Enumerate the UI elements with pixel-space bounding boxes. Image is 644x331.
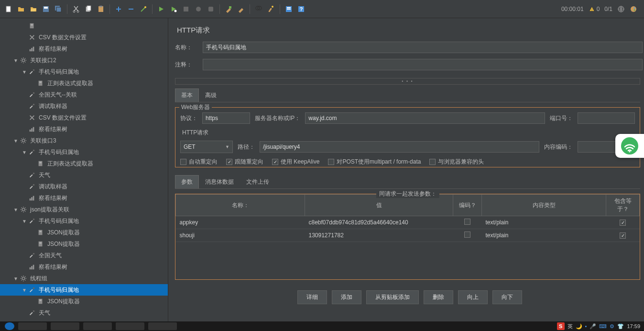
tree-item[interactable]: ▼手机号码归属地	[0, 215, 168, 227]
check-keepalive[interactable]: 使用 KeepAlive	[272, 158, 319, 166]
protocol-input[interactable]	[202, 112, 250, 124]
check-multipart[interactable]: 对POST使用multipart / form-data	[328, 158, 421, 166]
comment-input[interactable]	[203, 59, 643, 70]
tree-item[interactable]: ▼关联接口2	[0, 55, 168, 66]
subtab-body[interactable]: 消息体数据	[199, 175, 240, 188]
tree-item[interactable]: 察看结果树	[0, 261, 168, 273]
tree-toggle-icon[interactable]: ▼	[12, 58, 19, 63]
copy-icon[interactable]	[83, 3, 94, 15]
globe-icon[interactable]	[617, 5, 625, 13]
tree-item[interactable]: 天气	[0, 169, 168, 181]
param-ctype[interactable]: text/plain	[482, 216, 606, 229]
warning-badge[interactable]: ! 0	[589, 6, 600, 12]
tree-item[interactable]: ▼json提取器关联	[0, 204, 168, 215]
tree-item[interactable]	[0, 20, 168, 32]
play-time-icon[interactable]	[168, 3, 179, 15]
subtab-files[interactable]: 文件上传	[240, 175, 275, 188]
encode-checkbox[interactable]	[464, 232, 470, 238]
tree-toggle-icon[interactable]: ▼	[21, 150, 28, 155]
tree-toggle-icon[interactable]: ▼	[12, 138, 19, 143]
tree-item[interactable]: ▼手机号码归属地	[0, 146, 168, 158]
taskbar-item[interactable]	[148, 322, 177, 330]
taskbar-item[interactable]	[116, 322, 144, 330]
tab-basic[interactable]: 基本	[175, 88, 199, 102]
tree-toggle-icon[interactable]: ▼	[21, 69, 28, 75]
port-input[interactable]	[578, 112, 635, 124]
taskbar-item[interactable]	[83, 322, 112, 330]
tree-item[interactable]: 正则表达式提取器	[0, 158, 168, 169]
detail-button[interactable]: 详细	[297, 290, 327, 304]
cut-icon[interactable]	[70, 3, 82, 15]
tree-item[interactable]: 正则表达式提取器	[0, 77, 168, 89]
lang-indicator[interactable]: 英	[568, 323, 573, 330]
add-button[interactable]: 添加	[332, 290, 361, 304]
shutdown-icon[interactable]	[193, 3, 204, 15]
params-table[interactable]: 名称： 值 编码？ 内容类型 包含等于？ appkeyc8ebf07ddb974…	[175, 194, 640, 242]
include-checkbox[interactable]	[620, 220, 626, 226]
wand-icon[interactable]	[138, 3, 149, 15]
tree-item[interactable]: ▼手机号码归属地	[0, 284, 168, 296]
param-value[interactable]: 13091271782	[305, 229, 453, 242]
param-value[interactable]: c8ebf07ddb974c81d92d5a46640ce140	[305, 216, 453, 229]
tree-toggle-icon[interactable]: ▼	[12, 207, 19, 212]
collapse-handle[interactable]: • • •	[175, 78, 640, 85]
tree-toggle-icon[interactable]: ▼	[12, 276, 19, 281]
tree-item[interactable]: ▼手机号码归属地	[0, 66, 168, 77]
search-icon[interactable]	[253, 3, 264, 15]
play-icon[interactable]	[155, 3, 167, 15]
up-button[interactable]: 向上	[458, 290, 488, 304]
save-all-icon[interactable]	[53, 3, 64, 15]
tree-item[interactable]: 察看结果树	[0, 123, 168, 135]
tree-item[interactable]: 天气	[0, 307, 168, 319]
tree-item[interactable]: 全国天气	[0, 250, 168, 261]
stop-icon[interactable]	[180, 3, 192, 15]
tree-item[interactable]: JSON提取器	[0, 238, 168, 250]
tree-item[interactable]: CSV 数据文件设置	[0, 112, 168, 123]
param-name[interactable]: appkey	[176, 216, 305, 229]
clear-all-icon[interactable]	[235, 3, 247, 15]
encode-checkbox[interactable]	[464, 219, 470, 225]
table-row[interactable]: shouji13091271782text/plain	[176, 229, 640, 242]
tree-item[interactable]: ▼线程组	[0, 273, 168, 284]
tree-item[interactable]: JSON提取器	[0, 227, 168, 238]
taskbar-item[interactable]	[5, 322, 14, 330]
clipboard-add-button[interactable]: 从剪贴板添加	[366, 290, 419, 304]
palette-icon[interactable]	[630, 5, 637, 13]
stop-all-icon[interactable]	[205, 3, 217, 15]
paste-icon[interactable]	[95, 3, 107, 15]
tree-item[interactable]: CSV 数据文件设置	[0, 32, 168, 43]
path-input[interactable]	[260, 141, 539, 153]
save-icon[interactable]	[40, 3, 52, 15]
minus-icon[interactable]	[125, 3, 137, 15]
folder-icon[interactable]	[15, 3, 27, 15]
tree-item[interactable]: 全国天气--关联	[0, 89, 168, 100]
wifi-widget[interactable]	[615, 134, 644, 158]
taskbar-item[interactable]	[51, 322, 79, 330]
include-checkbox[interactable]	[620, 232, 626, 239]
tree-item[interactable]: JSON提取器	[0, 296, 168, 307]
server-input[interactable]	[305, 112, 545, 124]
name-input[interactable]	[203, 42, 643, 53]
tree-item[interactable]: 调试取样器	[0, 181, 168, 192]
tree-toggle-icon[interactable]: ▼	[21, 219, 28, 224]
tree-item[interactable]: 调试取样器	[0, 100, 168, 112]
down-button[interactable]: 向下	[492, 290, 522, 304]
tab-advanced[interactable]: 高级	[199, 88, 223, 102]
clear-icon[interactable]	[223, 3, 234, 15]
check-auto-redirect[interactable]: 自动重定向	[180, 158, 218, 166]
reset-search-icon[interactable]	[265, 3, 277, 15]
ime-icon[interactable]: S	[557, 322, 565, 330]
tree-item[interactable]: ▼关联接口3	[0, 135, 168, 146]
param-ctype[interactable]: text/plain	[482, 229, 606, 242]
tree-item[interactable]: 察看结果树	[0, 43, 168, 55]
plus-icon[interactable]	[113, 3, 124, 15]
delete-button[interactable]: 删除	[424, 290, 453, 304]
method-select[interactable]: GET ▼	[180, 141, 233, 153]
tree-toggle-icon[interactable]: ▼	[21, 287, 28, 293]
open-folder-icon[interactable]	[28, 3, 39, 15]
check-follow-redirect[interactable]: 跟随重定向	[226, 158, 263, 166]
tree-panel[interactable]: CSV 数据文件设置察看结果树▼关联接口2▼手机号码归属地正则表达式提取器全国天…	[0, 18, 168, 321]
param-name[interactable]: shouji	[176, 229, 305, 242]
new-file-icon[interactable]	[3, 3, 14, 15]
help-icon[interactable]: ?	[295, 3, 307, 15]
